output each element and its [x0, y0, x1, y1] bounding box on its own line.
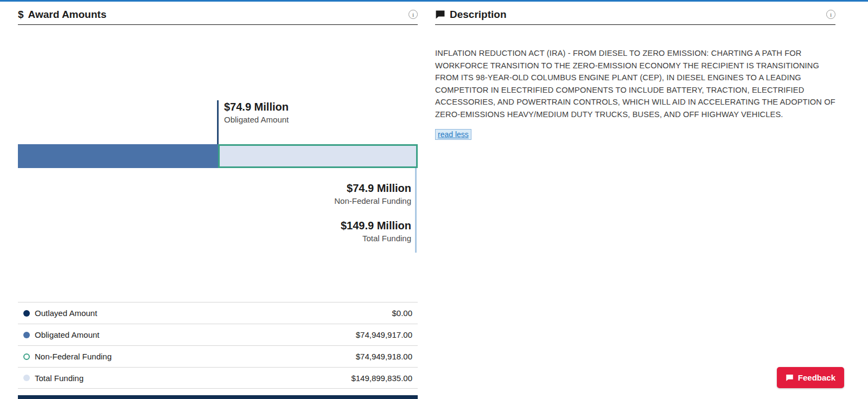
table-row-non-federal: Non-Federal Funding $74,949,918.00 [18, 345, 418, 367]
description-text: INFLATION REDUCTION ACT (IRA) - FROM DIE… [435, 47, 838, 121]
table-row-obligated: Obligated Amount $74,949,917.00 [18, 324, 418, 345]
dollar-icon: $ [18, 9, 24, 21]
obligated-value: $74.9 Million [224, 101, 289, 113]
row-value: $74,949,917.00 [356, 330, 412, 339]
info-icon[interactable]: i [826, 10, 835, 19]
obligated-label: Obligated Amount [224, 115, 289, 124]
row-label: Total Funding [35, 374, 84, 383]
partial-next-section-bar [18, 395, 418, 399]
non-federal-bar-segment[interactable] [218, 144, 418, 168]
non-federal-value: $74.9 Million [217, 182, 411, 195]
description-title-text: Description [450, 9, 507, 21]
table-row-outlayed: Outlayed Amount $0.00 [18, 302, 418, 324]
award-amounts-header: $ Award Amounts i [18, 4, 418, 25]
total-funding-label: Total Funding [217, 234, 411, 243]
top-accent-bar [0, 0, 868, 2]
award-amounts-chart [18, 144, 418, 168]
row-value: $0.00 [392, 308, 412, 318]
outlayed-swatch-icon [23, 310, 30, 317]
row-value: $149,899,835.00 [351, 374, 412, 383]
row-label: Obligated Amount [35, 330, 99, 339]
speech-bubble-icon [435, 9, 445, 20]
obligated-bar-segment[interactable] [18, 144, 218, 168]
description-header: Description i [435, 4, 835, 25]
total-callout-line [415, 168, 417, 253]
award-amounts-title-text: Award Amounts [28, 9, 107, 21]
feedback-button[interactable]: Feedback [777, 367, 844, 388]
award-summary-page: $ Award Amounts i $74.9 Million Obligate… [0, 0, 868, 399]
row-value: $74,949,918.00 [356, 352, 412, 361]
feedback-bubble-icon [786, 374, 794, 382]
obligated-callout: $74.9 Million Obligated Amount [224, 101, 289, 124]
award-amounts-table: Outlayed Amount $0.00 Obligated Amount $… [18, 302, 418, 389]
total-funding-swatch-icon [23, 375, 30, 381]
total-funding-value: $149.9 Million [217, 220, 411, 232]
row-label: Outlayed Amount [35, 308, 97, 318]
table-row-total-funding: Total Funding $149,899,835.00 [18, 367, 418, 389]
award-amounts-title: $ Award Amounts [18, 9, 106, 21]
description-title: Description [435, 9, 507, 21]
non-federal-swatch-icon [23, 353, 30, 360]
row-label: Non-Federal Funding [35, 352, 112, 361]
obligated-swatch-icon [23, 332, 30, 338]
right-callouts: $74.9 Million Non-Federal Funding $149.9… [217, 182, 411, 243]
feedback-label: Feedback [798, 373, 835, 382]
non-federal-label: Non-Federal Funding [217, 196, 411, 205]
obligated-callout-line [217, 100, 219, 144]
read-less-link[interactable]: read less [435, 129, 471, 140]
info-icon[interactable]: i [409, 10, 418, 19]
